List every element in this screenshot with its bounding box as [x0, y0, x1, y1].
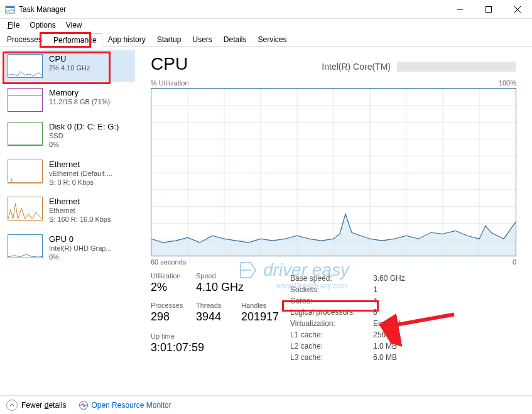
stat-uptime: 3:01:07:59	[151, 341, 289, 354]
tab-services[interactable]: Services	[252, 33, 293, 46]
stat-l2: 1.0 MB	[373, 341, 405, 351]
taskmgr-icon	[5, 4, 15, 14]
maximize-button[interactable]	[474, 0, 503, 19]
stat-l1: 256 KB	[373, 330, 405, 340]
disk-thumb	[8, 122, 43, 146]
eth-thumb	[8, 197, 43, 221]
tab-startup[interactable]: Startup	[151, 33, 187, 46]
menu-options[interactable]: Options	[24, 19, 60, 31]
sidebar-item-gpu0[interactable]: GPU 0 Intel(R) UHD Grap... 0%	[5, 231, 135, 266]
minimize-button[interactable]	[445, 0, 474, 19]
sidebar-item-ethernet-1[interactable]: Ethernet vEthernet (Default ... S: 0 R: …	[5, 156, 135, 191]
stat-lprocs: 8	[373, 307, 405, 317]
memory-thumb	[8, 88, 43, 112]
sidebar-item-disk0[interactable]: Disk 0 (D: C: E: G:) SSD 0%	[5, 118, 135, 153]
sidebar-label: CPU	[49, 54, 90, 63]
tab-performance[interactable]: Performance	[48, 33, 102, 46]
tab-details[interactable]: Details	[218, 33, 252, 46]
main-panel: CPU Intel(R) Core(TM) % Utilization 100%…	[135, 46, 532, 395]
sidebar-item-ethernet-2[interactable]: Ethernet Ethernet S: 160 R: 16.0 Kbps	[5, 193, 135, 228]
sidebar-item-cpu[interactable]: CPU 2% 4.10 GHz	[5, 50, 135, 82]
page-title: CPU	[151, 54, 188, 74]
menu-file[interactable]: File	[3, 19, 24, 31]
stats-left: Utilization2% Speed4.10 GHz Processes298…	[151, 272, 289, 364]
fewer-details-link[interactable]: Fewer details	[21, 401, 66, 410]
stat-handles: 201917	[241, 310, 286, 324]
stat-threads: 3944	[196, 310, 241, 324]
util-max: 100%	[499, 79, 516, 87]
gpu-thumb	[8, 234, 43, 258]
stat-speed: 4.10 GHz	[196, 281, 244, 294]
tab-apphistory[interactable]: App history	[102, 33, 151, 46]
cpu-model: Intel(R) Core(TM)	[322, 62, 516, 72]
stat-cores: 4	[373, 296, 405, 306]
stats-right: Base speed:3.60 GHz Sockets:1 Cores:4 Lo…	[289, 272, 406, 364]
svg-rect-3	[486, 6, 492, 12]
cpu-chart[interactable]	[151, 88, 516, 256]
stat-utilization: 2%	[151, 281, 196, 294]
svg-rect-1	[6, 6, 14, 8]
chevron-up-icon	[6, 400, 18, 411]
bottom-bar: Fewer details Open Resource Monitor	[0, 395, 532, 414]
stat-sockets: 1	[373, 285, 405, 295]
tabs: Processes Performance App history Startu…	[0, 31, 532, 46]
menu-view[interactable]: View	[61, 19, 87, 31]
window-title: Task Manager	[19, 5, 445, 14]
close-button[interactable]	[503, 0, 532, 19]
menubar: File Options View	[0, 19, 532, 31]
open-resource-monitor-link[interactable]: Open Resource Monitor	[79, 400, 171, 410]
tab-users[interactable]: Users	[187, 33, 217, 46]
cpu-thumb	[8, 54, 43, 78]
stat-processes: 298	[151, 310, 196, 324]
eth-thumb	[8, 160, 43, 183]
util-label: % Utilization	[151, 79, 189, 87]
tab-processes[interactable]: Processes	[1, 33, 48, 46]
x-right: 0	[513, 258, 516, 266]
stat-basespeed: 3.60 GHz	[373, 273, 405, 283]
sidebar: CPU 2% 4.10 GHz Memory 11.2/15.8 GB (71%…	[0, 46, 135, 395]
resource-monitor-icon	[79, 400, 89, 410]
x-left: 60 seconds	[151, 258, 186, 266]
stat-virt: Enabled	[373, 319, 405, 329]
stat-l3: 6.0 MB	[373, 352, 405, 362]
sidebar-item-memory[interactable]: Memory 11.2/15.8 GB (71%)	[5, 84, 135, 116]
titlebar: Task Manager	[0, 0, 532, 19]
